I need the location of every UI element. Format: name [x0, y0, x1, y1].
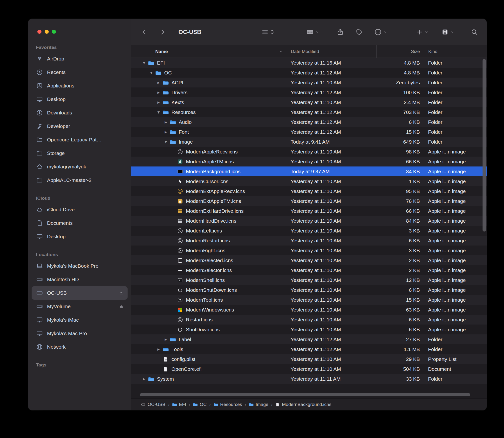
sidebar-item-mykola-s-macbook-pro[interactable]: Mykola’s MacBook Pro [32, 259, 127, 273]
table-row[interactable]: ModernAppleRecv.icnsYesterday at 11:10 A… [131, 147, 487, 157]
table-row[interactable]: ▸SystemYesterday at 11:11 AM33 KBFolder [131, 374, 487, 384]
disclosure-closed-icon[interactable]: ▸ [162, 120, 170, 124]
table-row[interactable]: ModernCursor.icnsYesterday at 11:10 AM1 … [131, 176, 487, 186]
path-item-modernbackground-icns[interactable]: ModernBackground.icns [275, 402, 331, 407]
sidebar-item-oc-usb[interactable]: OC-USB [32, 286, 127, 300]
eject-icon[interactable] [118, 290, 124, 296]
column-header-kind[interactable]: Kind [424, 45, 487, 58]
sidebar-item-myvolume[interactable]: MyVolume [32, 300, 127, 313]
close-button[interactable] [37, 30, 42, 34]
display-icon [36, 330, 43, 337]
table-row[interactable]: ModernSelected.icnsYesterday at 11:10 AM… [131, 255, 487, 265]
table-row[interactable]: ModernExtAppleTM.icnsYesterday at 11:10 … [131, 196, 487, 206]
new-item-button[interactable] [416, 29, 428, 35]
sidebar-item-documents[interactable]: Documents [32, 216, 127, 230]
disclosure-open-icon[interactable]: ▾ [140, 60, 148, 65]
size-cell: 4.8 MB [377, 60, 424, 66]
chevron-updown-icon [270, 29, 274, 35]
table-row[interactable]: config.plistYesterday at 11:10 AM29 KBPr… [131, 354, 487, 364]
table-row[interactable]: ▸ACPIYesterday at 11:10 AMZero bytesFold… [131, 77, 487, 88]
table-row[interactable]: ▾ImageToday at 9:41 AM649 KBFolder [131, 137, 487, 147]
sidebar-item-applealc-master-2[interactable]: AppleALC-master-2 [32, 174, 127, 187]
back-button[interactable] [141, 29, 148, 35]
minimize-button[interactable] [45, 30, 49, 34]
account-badge-button[interactable] [441, 28, 454, 36]
sidebar-item-mykola-s-mac-pro[interactable]: Mykola’s Mac Pro [32, 327, 127, 340]
disclosure-closed-icon[interactable]: ▸ [140, 377, 148, 381]
disclosure-open-icon[interactable]: ▾ [155, 110, 162, 114]
tag-button[interactable] [355, 28, 363, 36]
column-header-name[interactable]: Name [131, 45, 287, 58]
sidebar-item-downloads[interactable]: Downloads [32, 106, 127, 120]
table-row[interactable]: ModernExtHardDrive.icnsYesterday at 11:1… [131, 206, 487, 216]
table-row[interactable]: ModernLeft.icnsYesterday at 11:10 AM3 KB… [131, 226, 487, 236]
vertical-scrollbar-thumb[interactable] [482, 59, 486, 231]
disclosure-closed-icon[interactable]: ▸ [162, 130, 170, 134]
table-row[interactable]: ▸DriversYesterday at 11:12 AM100 KBFolde… [131, 88, 487, 97]
table-row[interactable]: ModernHardDrive.icnsYesterday at 11:10 A… [131, 216, 487, 226]
table-row[interactable]: ▸KextsYesterday at 11:10 AM2.4 MBFolder [131, 97, 487, 107]
more-actions-button[interactable] [374, 28, 387, 36]
path-item-efi[interactable]: EFI [172, 402, 186, 407]
table-row[interactable]: ModernRight.icnsYesterday at 11:10 AM3 K… [131, 245, 487, 255]
disclosure-closed-icon[interactable]: ▸ [162, 337, 170, 342]
table-row[interactable]: ▸AudioYesterday at 11:12 AM6 KBFolder [131, 117, 487, 127]
sidebar-item-storage[interactable]: Storage [32, 146, 127, 160]
sidebar-item-opencore-legacy-pat[interactable]: Opencore-Legacy-Pat… [32, 133, 127, 146]
horizontal-scrollbar-thumb[interactable] [140, 393, 470, 396]
zoom-button[interactable] [52, 30, 56, 34]
tag-icon [355, 28, 363, 36]
table-row[interactable]: ModernExtAppleRecv.icnsYesterday at 11:1… [131, 186, 487, 196]
disclosure-open-icon[interactable]: ▾ [162, 140, 170, 144]
eject-icon[interactable] [118, 304, 124, 309]
sidebar-item-developer[interactable]: Developer [32, 120, 127, 133]
table-row[interactable]: ▾ResourcesYesterday at 11:12 AM703 KBFol… [131, 107, 487, 117]
table-row[interactable]: Restart.icnsYesterday at 11:10 AM6 KBApp… [131, 315, 487, 325]
path-item-image[interactable]: Image [249, 402, 268, 407]
sidebar-item-mykolagrymalyuk[interactable]: mykolagrymalyuk [32, 160, 127, 174]
column-header-date-modified[interactable]: Date Modified [287, 45, 377, 58]
disclosure-closed-icon[interactable]: ▸ [155, 100, 162, 105]
view-mode-button[interactable] [261, 28, 274, 36]
folder-icon [170, 129, 176, 135]
table-row[interactable]: ShutDown.icnsYesterday at 11:10 AM6 KBAp… [131, 325, 487, 334]
group-by-button[interactable] [306, 28, 319, 35]
table-row[interactable]: ModernShutDown.icnsYesterday at 11:10 AM… [131, 285, 487, 295]
sidebar-item-applications[interactable]: Applications [32, 79, 127, 93]
sidebar-item-mykola-s-imac[interactable]: Mykola’s iMac [32, 313, 127, 327]
table-row[interactable]: ▸ToolsYesterday at 11:12 AM1.1 MBFolder [131, 344, 487, 354]
table-row[interactable]: ModernTool.icnsYesterday at 11:10 AM15 K… [131, 295, 487, 305]
sidebar-item-airdrop[interactable]: AirDrop [32, 52, 127, 66]
sidebar-item-recents[interactable]: Recents [32, 66, 127, 79]
path-item-oc-usb[interactable]: OC-USB [141, 402, 165, 407]
share-button[interactable] [337, 28, 344, 36]
sidebar-item-label: Desktop [47, 234, 66, 240]
disclosure-closed-icon[interactable]: ▸ [155, 90, 162, 95]
path-item-resources[interactable]: Resources [213, 402, 242, 407]
path-item-oc[interactable]: OC [193, 402, 207, 407]
table-row[interactable]: ModernRestart.icnsYesterday at 11:10 AM6… [131, 236, 487, 245]
table-row[interactable]: ModernSelector.icnsYesterday at 11:10 AM… [131, 265, 487, 275]
disclosure-closed-icon[interactable]: ▸ [155, 80, 162, 85]
sidebar-item-desktop[interactable]: Desktop [32, 230, 127, 243]
table-row[interactable]: ▸LabelYesterday at 11:12 AM27 KBFolder [131, 334, 487, 344]
column-header-size[interactable]: Size [377, 45, 424, 58]
table-row[interactable]: ModernWindows.icnsYesterday at 11:10 AM6… [131, 305, 487, 315]
table-row[interactable]: ▾EFIYesterday at 11:16 AM4.8 MBFolder [131, 58, 487, 68]
forward-button[interactable] [159, 29, 166, 35]
search-button[interactable] [471, 28, 478, 36]
table-row[interactable]: ModernShell.icnsYesterday at 11:10 AM12 … [131, 275, 487, 285]
sidebar-item-icloud-drive[interactable]: iCloud Drive [32, 203, 127, 216]
sidebar-item-network[interactable]: Network [32, 340, 127, 354]
restart-circle-icon [177, 317, 183, 323]
sidebar-item-desktop[interactable]: Desktop [32, 93, 127, 106]
disclosure-closed-icon[interactable]: ▸ [155, 347, 162, 351]
table-row[interactable]: OpenCore.efiYesterday at 11:10 AM504 KBD… [131, 364, 487, 374]
disclosure-open-icon[interactable]: ▾ [148, 70, 155, 75]
table-row[interactable]: ▸FontYesterday at 11:12 AM15 KBFolder [131, 127, 487, 137]
sidebar-item-macintosh-hd[interactable]: Macintosh HD [32, 273, 127, 286]
table-row[interactable]: ModernBackground.icnsToday at 9:37 AM34 … [131, 166, 487, 176]
name-cell: ModernSelector.icns [131, 267, 287, 274]
table-row[interactable]: ModernAppleTM.icnsYesterday at 11:10 AM6… [131, 157, 487, 166]
table-row[interactable]: ▾OCYesterday at 11:12 AM4.8 MBFolder [131, 68, 487, 77]
